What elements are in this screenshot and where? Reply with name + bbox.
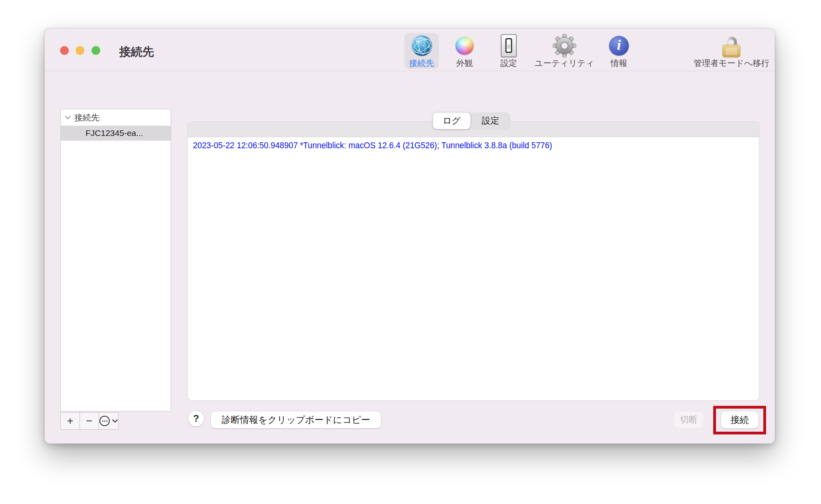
toolbar-item-admin-mode[interactable]: 管理者モードへ移行 (694, 33, 769, 69)
sidebar-footer-controls: + − (60, 412, 119, 430)
toolbar-label-utilities: ユーティリティ (535, 58, 594, 68)
sidebar-group-label: 接続先 (74, 112, 99, 123)
tunnelblick-window: 接続先 (45, 29, 775, 444)
remove-configuration-button[interactable]: − (80, 413, 99, 429)
chevron-down-icon (112, 419, 118, 423)
log-settings-tabset: ログ 設定 (433, 112, 510, 129)
light-switch-icon (501, 33, 517, 58)
sidebar-group-header[interactable]: 接続先 (61, 109, 171, 126)
globe-network-icon (411, 33, 432, 58)
toolbar-item-appearance[interactable]: 外観 (455, 33, 474, 69)
copy-diagnostics-button[interactable]: 診断情報をクリップボードにコピー (211, 411, 381, 428)
log-panel[interactable]: 2023-05-22 12:06:50.948907 *Tunnelblick:… (188, 122, 759, 400)
configuration-name: FJC12345-ea... (86, 128, 143, 138)
configuration-row[interactable]: FJC12345-ea... (61, 126, 171, 141)
close-button[interactable] (60, 46, 69, 55)
connect-button[interactable]: 接続 (721, 411, 759, 428)
minimize-button[interactable] (76, 46, 84, 55)
ellipsis-circle-icon (99, 416, 110, 426)
titlebar: 接続先 (45, 29, 775, 71)
toolbar-label-preferences: 設定 (500, 58, 517, 68)
lock-icon (720, 33, 743, 58)
configurations-sidebar: 接続先 FJC12345-ea... (60, 109, 171, 411)
log-line: 2023-05-22 12:06:50.948907 *Tunnelblick:… (193, 141, 731, 151)
more-actions-button[interactable] (99, 413, 118, 429)
log-content: 2023-05-22 12:06:50.948907 *Tunnelblick:… (188, 137, 759, 151)
toolbar-label-info: 情報 (611, 58, 627, 68)
tab-log[interactable]: ログ (433, 112, 471, 129)
toolbar-item-info[interactable]: i 情報 (609, 33, 629, 69)
color-wheel-icon (455, 33, 474, 58)
toolbar-item-utilities[interactable]: ユーティリティ (535, 33, 594, 69)
toolbar-label-admin-mode: 管理者モードへ移行 (694, 58, 769, 68)
tab-settings[interactable]: 設定 (471, 112, 510, 129)
add-configuration-button[interactable]: + (61, 413, 80, 429)
help-button[interactable]: ? (188, 411, 204, 426)
toolbar-label-appearance: 外観 (456, 58, 473, 68)
chevron-down-icon (65, 116, 71, 120)
toolbar-item-preferences[interactable]: 設定 (500, 33, 517, 69)
window-title: 接続先 (119, 44, 154, 60)
zoom-button[interactable] (91, 46, 100, 55)
gear-icon (553, 33, 576, 58)
toolbar-label-connections: 接続先 (409, 58, 434, 68)
disconnect-button[interactable]: 切断 (674, 412, 703, 428)
screen: 接続先 (0, 0, 821, 504)
info-icon: i (609, 33, 629, 58)
toolbar-item-connections[interactable]: 接続先 (405, 33, 439, 69)
